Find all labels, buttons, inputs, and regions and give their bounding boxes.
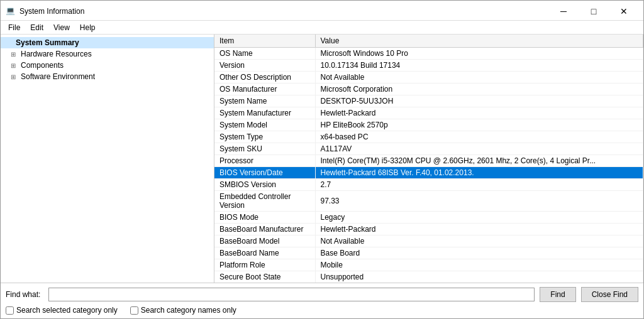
cell-value: A1L17AV (315, 143, 643, 155)
window-title: System Information (19, 7, 84, 16)
table-row[interactable]: Other OS DescriptionNot Available (214, 72, 643, 84)
expand-icon-software: ⊞ (11, 73, 18, 80)
info-table: Item Value OS NameMicrosoft Windows 10 P… (214, 35, 643, 283)
cell-value: Base Board (315, 247, 643, 259)
table-row[interactable]: BIOS ModeLegacy (214, 212, 643, 224)
sidebar-label-software: Software Environment (21, 72, 95, 81)
cell-item: Secure Boot State (214, 271, 315, 283)
cell-value: Unsupported (315, 271, 643, 283)
table-row[interactable]: SMBIOS Version2.7 (214, 179, 643, 191)
table-row[interactable]: OS ManufacturerMicrosoft Corporation (214, 84, 643, 95)
table-row[interactable]: BaseBoard ModelNot Available (214, 235, 643, 247)
cell-item: Version (214, 60, 315, 72)
cell-value: Hewlett-Packard (315, 224, 643, 235)
sidebar-item-components[interactable]: ⊞ Components (1, 60, 214, 71)
table-row[interactable]: System ManufacturerHewlett-Packard (214, 107, 643, 119)
menu-help[interactable]: Help (75, 22, 101, 33)
main-panel: Item Value OS NameMicrosoft Windows 10 P… (214, 35, 643, 283)
table-row[interactable]: BIOS Version/DateHewlett-Packard 68ISB V… (214, 167, 643, 179)
cell-value: x64-based PC (315, 131, 643, 143)
cell-item: Processor (214, 155, 315, 167)
main-window: 💻 System Information ─ □ ✕ File Edit Vie… (0, 0, 644, 319)
checkbox-category-names[interactable] (130, 306, 138, 315)
table-row[interactable]: System ModelHP EliteBook 2570p (214, 119, 643, 131)
cell-value: Hewlett-Packard (315, 107, 643, 119)
title-bar: 💻 System Information ─ □ ✕ (1, 1, 643, 21)
menu-file[interactable]: File (3, 22, 25, 33)
table-row[interactable]: System NameDESKTOP-5UU3JOH (214, 95, 643, 107)
sidebar-label-components: Components (21, 61, 64, 70)
col-header-item: Item (214, 35, 315, 48)
cell-value: DESKTOP-5UU3JOH (315, 95, 643, 107)
cell-item: System Model (214, 119, 315, 131)
cell-value: Microsoft Windows 10 Pro (315, 48, 643, 60)
find-row: Find what: Find Close Find (6, 287, 638, 302)
find-button[interactable]: Find (540, 287, 575, 302)
cell-value: Microsoft Corporation (315, 84, 643, 95)
menu-bar: File Edit View Help (1, 21, 643, 35)
close-button[interactable]: ✕ (609, 4, 638, 18)
table-row[interactable]: Secure Boot StateUnsupported (214, 271, 643, 283)
find-label: Find what: (6, 290, 43, 299)
cell-item: SMBIOS Version (214, 179, 315, 191)
table-row[interactable]: Platform RoleMobile (214, 259, 643, 271)
cell-item: BIOS Version/Date (214, 167, 315, 179)
table-row[interactable]: BaseBoard ManufacturerHewlett-Packard (214, 224, 643, 235)
cell-value: 2.7 (315, 179, 643, 191)
sidebar-label-hardware: Hardware Resources (21, 50, 92, 58)
checkbox-label-1[interactable]: Search selected category only (6, 306, 118, 315)
expand-icon-components: ⊞ (11, 62, 18, 69)
expand-icon-hardware: ⊞ (11, 51, 18, 58)
maximize-button[interactable]: □ (579, 4, 608, 18)
content-area: System Summary ⊞ Hardware Resources ⊞ Co… (1, 35, 643, 283)
table-row[interactable]: ProcessorIntel(R) Core(TM) i5-3320M CPU … (214, 155, 643, 167)
table-container[interactable]: Item Value OS NameMicrosoft Windows 10 P… (214, 35, 643, 283)
cell-item: BIOS Mode (214, 212, 315, 224)
find-input[interactable] (48, 288, 535, 301)
cell-item: Platform Role (214, 259, 315, 271)
cell-value: Legacy (315, 212, 643, 224)
cell-value: HP EliteBook 2570p (315, 119, 643, 131)
cell-item: Embedded Controller Version (214, 191, 315, 212)
sidebar-item-system-summary[interactable]: System Summary (1, 37, 214, 48)
app-icon: 💻 (6, 6, 16, 16)
cell-item: System Name (214, 95, 315, 107)
title-bar-left: 💻 System Information (6, 6, 84, 16)
cell-value: 97.33 (315, 191, 643, 212)
sidebar-item-software[interactable]: ⊞ Software Environment (1, 71, 214, 82)
cell-value: Mobile (315, 259, 643, 271)
cell-value: Not Available (315, 235, 643, 247)
sidebar-item-hardware[interactable]: ⊞ Hardware Resources (1, 48, 214, 60)
table-row[interactable]: OS NameMicrosoft Windows 10 Pro (214, 48, 643, 60)
checkbox-selected-category[interactable] (6, 306, 14, 315)
cell-item: System SKU (214, 143, 315, 155)
cell-item: BaseBoard Manufacturer (214, 224, 315, 235)
cell-item: System Type (214, 131, 315, 143)
close-find-button[interactable]: Close Find (581, 287, 638, 302)
col-header-value: Value (315, 35, 643, 48)
bottom-bar: Find what: Find Close Find Search select… (1, 283, 643, 318)
table-row[interactable]: Version10.0.17134 Build 17134 (214, 60, 643, 72)
cell-item: Other OS Description (214, 72, 315, 84)
cell-item: OS Name (214, 48, 315, 60)
checkbox-text-1: Search selected category only (16, 306, 118, 315)
sidebar-label-system-summary: System Summary (16, 38, 79, 47)
cell-value: Not Available (315, 72, 643, 84)
menu-view[interactable]: View (48, 22, 75, 33)
menu-edit[interactable]: Edit (25, 22, 48, 33)
table-row[interactable]: System SKUA1L17AV (214, 143, 643, 155)
cell-value: Intel(R) Core(TM) i5-3320M CPU @ 2.60GHz… (315, 155, 643, 167)
sidebar: System Summary ⊞ Hardware Resources ⊞ Co… (1, 35, 214, 283)
cell-item: BaseBoard Model (214, 235, 315, 247)
cell-value: 10.0.17134 Build 17134 (315, 60, 643, 72)
minimize-button[interactable]: ─ (549, 4, 578, 18)
checkbox-text-2: Search category names only (141, 306, 236, 315)
checkbox-label-2[interactable]: Search category names only (130, 306, 236, 315)
window-controls: ─ □ ✕ (549, 4, 638, 18)
cell-item: System Manufacturer (214, 107, 315, 119)
table-row[interactable]: Embedded Controller Version97.33 (214, 191, 643, 212)
checkbox-row: Search selected category only Search cat… (6, 306, 638, 315)
table-row[interactable]: BaseBoard NameBase Board (214, 247, 643, 259)
cell-item: BaseBoard Name (214, 247, 315, 259)
table-row[interactable]: System Typex64-based PC (214, 131, 643, 143)
